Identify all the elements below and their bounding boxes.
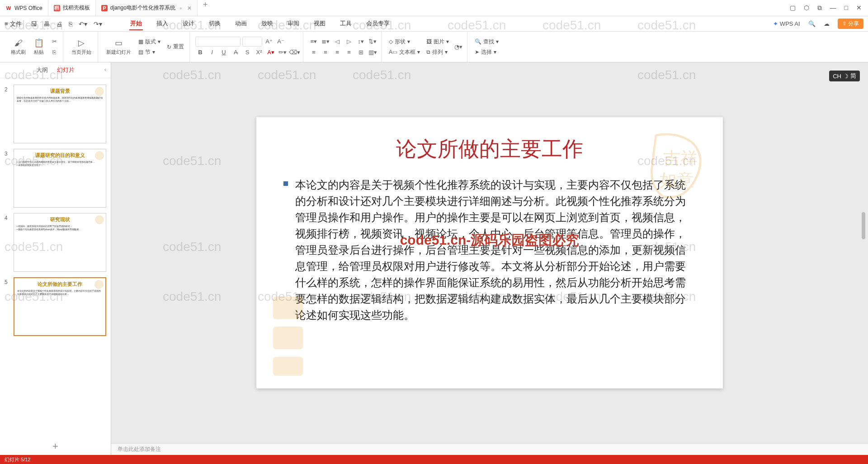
tab-insert[interactable]: 插入 [156, 18, 169, 30]
tab-animation[interactable]: 动画 [234, 18, 248, 30]
search-icon[interactable]: 🔍 [808, 20, 816, 27]
italic-icon[interactable]: I [207, 47, 217, 57]
window-grid-icon[interactable]: ▢ [790, 4, 796, 12]
bullets-icon[interactable]: ≡▾ [309, 37, 319, 47]
tab-tools[interactable]: 工具 [339, 18, 353, 30]
statusbar: 幻灯片 5/12 [0, 455, 868, 464]
decoration-icon [94, 86, 105, 97]
underline-icon[interactable]: U [219, 47, 229, 57]
app-tab-template[interactable]: 稻 找稻壳模板 [48, 0, 96, 16]
textbox-button[interactable]: A▭文本框▾ [387, 47, 422, 57]
columns-icon[interactable]: ▥▾ [368, 47, 377, 57]
add-tab-button[interactable]: + [198, 0, 213, 16]
tab-view[interactable]: 视图 [313, 18, 326, 30]
slide-title[interactable]: 论文所做的主要工作 [283, 135, 696, 163]
window-minimize[interactable]: — [830, 4, 836, 12]
highlight-icon[interactable]: ✏▾ [278, 47, 288, 57]
indent-increase-icon[interactable]: ▷ [344, 37, 354, 47]
vertical-scrollbar[interactable] [862, 67, 866, 430]
share-button[interactable]: ⇧ 分享 [838, 19, 863, 29]
export-icon[interactable]: 🖶 [43, 20, 50, 28]
clear-format-icon[interactable]: ⌫▾ [289, 47, 299, 57]
layout-button[interactable]: ▦版式▾ [137, 37, 162, 47]
align-center-icon[interactable]: ≡ [321, 47, 330, 57]
tab-member[interactable]: 会员专享 [365, 18, 391, 30]
distribute-icon[interactable]: ⊞ [356, 47, 366, 57]
notes-bar[interactable]: 单击此处添加备注 [111, 443, 868, 455]
picture-button[interactable]: 🖼图片▾ [425, 37, 451, 47]
print-icon[interactable]: 🖨 [56, 20, 62, 28]
thumb-item[interactable]: 3 课题研究的目的和意义 • 人们现在生活方式因为网络的普及发生很大变化，基于网… [0, 146, 111, 210]
window-close[interactable]: ✕ [856, 4, 862, 12]
ai-icon: ✦ [773, 20, 778, 27]
file-menu[interactable]: ≡ 文件 [5, 20, 22, 28]
superscript-icon[interactable]: X² [254, 47, 264, 57]
fill-icon[interactable]: ◔▾ [453, 42, 463, 52]
align-right-icon[interactable]: ≡ [332, 47, 342, 57]
font-family-select[interactable] [195, 37, 241, 47]
new-slide-button[interactable]: ▭新建幻灯片 [104, 36, 134, 57]
align-justify-icon[interactable]: ≡ [344, 47, 354, 57]
copy-icon[interactable]: ⎘ [49, 47, 59, 57]
wps-ai-button[interactable]: ✦ WPS AI [773, 20, 800, 27]
strike-icon[interactable]: S [242, 47, 252, 57]
slide-body-text[interactable]: 本论文的内容是关于视频个性化推荐系统的设计与实现，主要内容不仅包括了系统的分析和… [295, 177, 696, 323]
undo-icon[interactable]: ↶▾ [79, 20, 87, 28]
font-size-select[interactable] [242, 37, 262, 47]
tab-transition[interactable]: 切换 [208, 18, 222, 30]
paste-button[interactable]: 📋粘贴 [31, 36, 47, 57]
app-tab-wps[interactable]: W WPS Office [0, 0, 48, 16]
canvas-area[interactable]: 吉祥如意 论文所做的主要工作 本论文的内容是关于视频个性化推荐系统的设计与实现，… [111, 62, 868, 443]
thumb-slide[interactable]: 课题研究的目的和意义 • 人们现在生活方式因为网络的普及发生很大变化，基于网络管… [14, 149, 106, 208]
play-from-current-button[interactable]: ▷当页开始 [69, 36, 94, 57]
thumb-slide[interactable]: 研究现状 • 在国内，推荐系统目前国内已经有了比较早期的研究...• 视频个性化… [14, 213, 106, 272]
preview-icon[interactable]: ⎘ [69, 20, 72, 28]
section-button[interactable]: ▤节▾ [137, 47, 162, 57]
line-spacing-icon[interactable]: ↕▾ [356, 37, 366, 47]
save-icon[interactable]: 🖫 [31, 20, 37, 28]
select-button[interactable]: ➤选择▾ [473, 47, 500, 57]
cloud-sync-icon[interactable]: ☁ [824, 20, 830, 27]
scrollbar-thumb[interactable] [862, 212, 865, 239]
app-tab-document[interactable]: P django电影个性化推荐系统 ▫ ✕ [96, 0, 198, 16]
window-cube-icon[interactable]: ⬡ [804, 4, 809, 12]
slide-canvas[interactable]: 吉祥如意 论文所做的主要工作 本论文的内容是关于视频个性化推荐系统的设计与实现，… [256, 117, 723, 388]
redo-icon[interactable]: ↷▾ [94, 20, 102, 28]
thumb-slide[interactable]: 课题背景 随着社会的快速发展和科学技术的快速发展，国家现代化的发展道路将继续越来… [14, 85, 106, 143]
cut-icon[interactable]: ✂ [49, 37, 59, 47]
tab-review[interactable]: 审阅 [287, 18, 300, 30]
slide-body[interactable]: 本论文的内容是关于视频个性化推荐系统的设计与实现，主要内容不仅包括了系统的分析和… [283, 177, 696, 323]
bold-icon[interactable]: B [195, 47, 205, 57]
thumb-item[interactable]: 4 研究现状 • 在国内，推荐系统目前国内已经有了比较早期的研究...• 视频个… [0, 210, 111, 275]
tab-design[interactable]: 设计 [182, 18, 195, 30]
window-maximize[interactable]: □ [844, 4, 848, 12]
collapse-panel-icon[interactable]: ‹ [104, 66, 106, 73]
thumb-list[interactable]: 2 课题背景 随着社会的快速发展和科学技术的快速发展，国家现代化的发展道路将继续… [0, 78, 111, 438]
format-painter-button[interactable]: 🖌格式刷 [8, 37, 28, 57]
indent-decrease-icon[interactable]: ◁ [332, 37, 342, 47]
outline-tab[interactable]: 大纲 [36, 66, 48, 74]
font-color-icon[interactable]: A▾ [266, 47, 276, 57]
find-button[interactable]: 🔍查找▾ [473, 37, 500, 47]
tab-start[interactable]: 开始 [129, 18, 143, 30]
menubar-right: ✦ WPS AI 🔍 ☁ ⇧ 分享 [773, 19, 863, 29]
thumb-item[interactable]: 5 论文所做的主要工作 本论文的内容是关于视频个性化推荐系统的设计与实现，主要内… [0, 275, 111, 339]
thumb-item[interactable]: 2 课题背景 随着社会的快速发展和科学技术的快速发展，国家现代化的发展道路将继续… [0, 82, 111, 146]
shrink-font-icon[interactable]: A⁻ [276, 37, 286, 47]
align-left-icon[interactable]: ≡ [309, 47, 319, 57]
tab-close-icon[interactable]: ✕ [187, 5, 192, 11]
window-cloud-icon[interactable]: ⧉ [817, 4, 822, 12]
arrange-button[interactable]: ⧉排列▾ [425, 47, 451, 57]
thumb-slide-selected[interactable]: 论文所做的主要工作 本论文的内容是关于视频个性化推荐系统的设计与实现，主要内容不… [14, 277, 106, 336]
text-direction-icon[interactable]: ⇅▾ [368, 37, 377, 47]
reset-button[interactable]: ↻重置 [165, 42, 186, 52]
tab-slideshow[interactable]: 放映 [260, 18, 274, 30]
strikethrough-icon[interactable]: A̶ [231, 47, 241, 57]
add-slide-button[interactable]: + [0, 438, 111, 455]
numbering-icon[interactable]: ≣▾ [321, 37, 330, 47]
grow-font-icon[interactable]: A⁺ [264, 37, 274, 47]
shape-button[interactable]: ◇形状▾ [387, 37, 422, 47]
slides-tab[interactable]: 幻灯片 [57, 66, 75, 74]
tab-dropdown-icon[interactable]: ▫ [180, 5, 182, 11]
thumb-title: 课题研究的目的和意义 [17, 152, 103, 159]
